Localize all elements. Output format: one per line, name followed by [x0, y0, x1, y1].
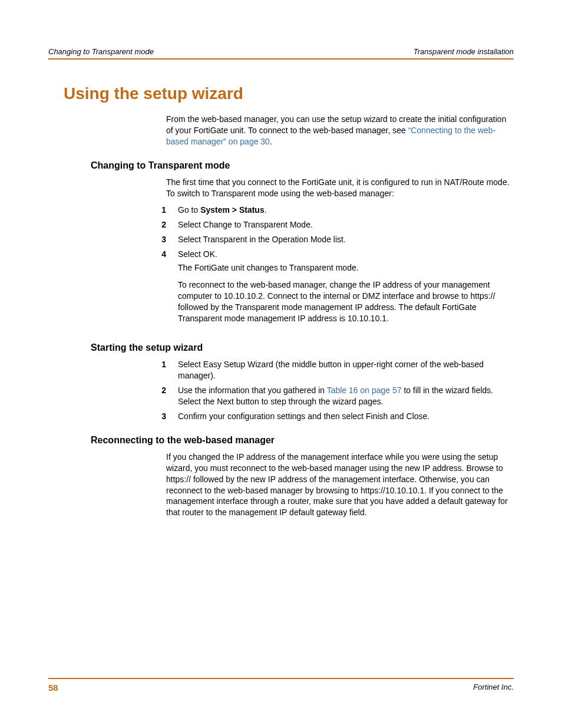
step-sub1: The FortiGate unit changes to Transparen…	[178, 262, 514, 274]
intro-period: .	[270, 137, 272, 146]
step-body: Use the information that you gathered in…	[178, 385, 514, 407]
header-left: Changing to Transparent mode	[48, 47, 154, 56]
step-number: 4	[141, 249, 178, 330]
step-number: 1	[141, 205, 178, 216]
footer-company: Fortinet Inc.	[473, 683, 514, 693]
section-heading: Using the setup wizard	[64, 84, 514, 103]
intro-paragraph: From the web-based manager, you can use …	[166, 114, 514, 147]
sec3-heading: Reconnecting to the web-based manager	[91, 435, 514, 446]
step-body: Select Transparent in the Operation Mode…	[178, 234, 514, 245]
step-text-post: .	[265, 205, 267, 215]
running-header: Changing to Transparent mode Transparent…	[48, 47, 514, 60]
footer: 58 Fortinet Inc.	[48, 678, 514, 693]
sec2-heading: Starting the setup wizard	[91, 342, 514, 353]
step-text-pre: Go to	[178, 205, 200, 215]
list-item: 1 Select Easy Setup Wizard (the middle b…	[141, 359, 514, 381]
step-number: 1	[141, 359, 178, 381]
step-body: Select Change to Transparent Mode.	[178, 219, 514, 230]
list-item: 2 Use the information that you gathered …	[141, 385, 514, 407]
step-text: Select Easy Setup Wizard (the middle but…	[178, 360, 484, 380]
sec3-body: If you changed the IP address of the man…	[166, 452, 514, 518]
list-item: 1 Go to System > Status.	[141, 205, 514, 216]
sec2-steps: 1 Select Easy Setup Wizard (the middle b…	[141, 359, 514, 421]
sec1-intro: The first time that you connect to the F…	[166, 177, 514, 199]
step-number: 3	[141, 411, 178, 422]
step-text: Select OK.	[178, 249, 514, 260]
header-right: Transparent mode installation	[414, 47, 514, 56]
list-item: 2 Select Change to Transparent Mode.	[141, 219, 514, 230]
sec1-steps: 1 Go to System > Status. 2 Select Change…	[141, 205, 514, 330]
step-text-pre: Use the information that you gathered in	[178, 386, 327, 395]
step-body: Select Easy Setup Wizard (the middle but…	[178, 359, 514, 381]
list-item: 4 Select OK. The FortiGate unit changes …	[141, 249, 514, 330]
step-number: 2	[141, 219, 178, 230]
step-text: Select Transparent in the Operation Mode…	[178, 235, 346, 244]
step-body: Confirm your configuration settings and …	[178, 411, 514, 422]
step-body: Go to System > Status.	[178, 205, 514, 216]
step-body: Select OK. The FortiGate unit changes to…	[178, 249, 514, 330]
page: Changing to Transparent mode Transparent…	[0, 0, 562, 728]
sec1-heading: Changing to Transparent mode	[91, 160, 514, 171]
list-item: 3 Confirm your configuration settings an…	[141, 411, 514, 422]
step-text: Confirm your configuration settings and …	[178, 411, 429, 421]
step-text-bold: System > Status	[200, 205, 265, 215]
step-link[interactable]: Table 16 on page 57	[327, 386, 402, 395]
sec3-text: If you changed the IP address of the man…	[166, 452, 514, 518]
step-number: 3	[141, 234, 178, 245]
sec1-intro-text: The first time that you connect to the F…	[166, 177, 514, 199]
step-sub2: To reconnect to the web-based manager, c…	[178, 279, 514, 324]
list-item: 3 Select Transparent in the Operation Mo…	[141, 234, 514, 245]
step-text: Select Change to Transparent Mode.	[178, 220, 313, 229]
step-number: 2	[141, 385, 178, 407]
page-number: 58	[48, 683, 58, 693]
